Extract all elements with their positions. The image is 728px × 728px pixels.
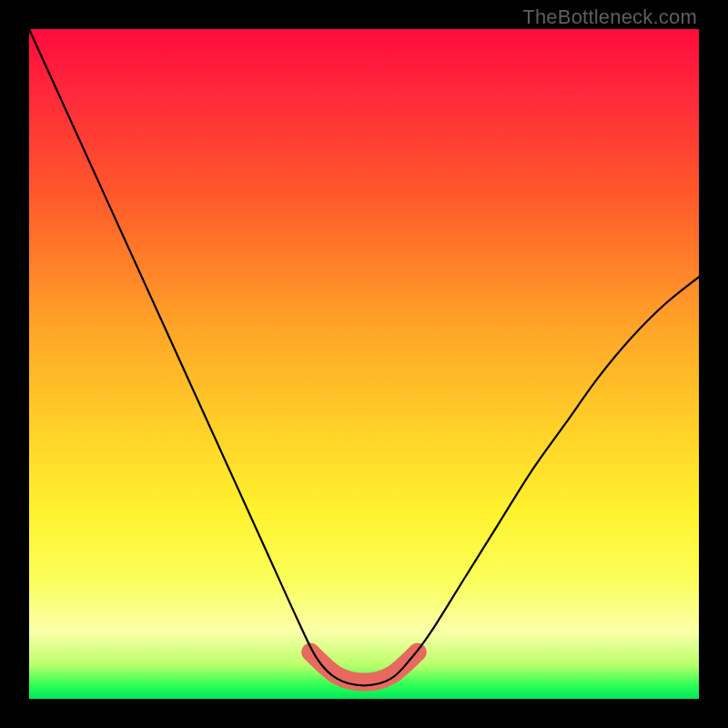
curve-svg bbox=[29, 29, 699, 699]
bottleneck-curve bbox=[29, 29, 699, 685]
plot-area bbox=[29, 29, 699, 699]
chart-frame: TheBottleneck.com bbox=[0, 0, 728, 728]
watermark-text: TheBottleneck.com bbox=[522, 5, 697, 29]
highlight-band bbox=[310, 652, 418, 682]
